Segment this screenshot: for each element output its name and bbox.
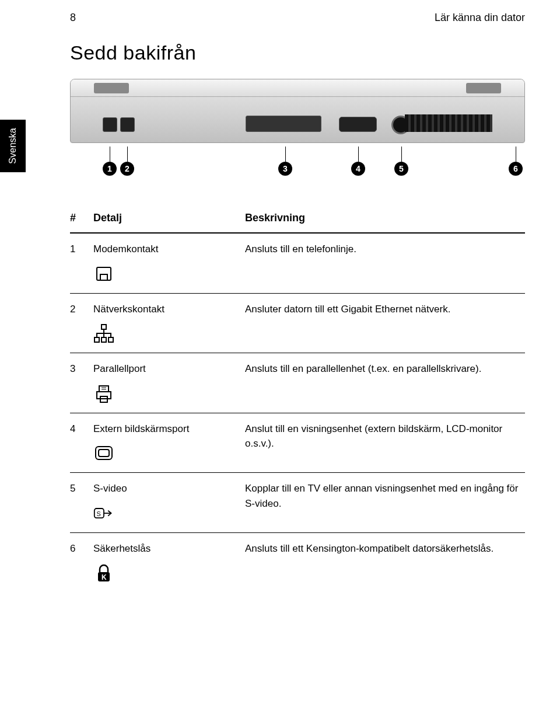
table-row: 3 Parallellport Ansluts till en parallel…	[70, 353, 525, 413]
language-tab: Svenska	[0, 120, 26, 172]
svg-rect-2	[102, 325, 106, 329]
port-vent-illustration	[405, 114, 492, 132]
callout-2: 2	[120, 162, 134, 176]
ports-table: # Detalj Beskrivning 1 Modemkontakt Ansl…	[70, 204, 525, 592]
kensington-lock-icon: K	[93, 563, 114, 584]
svg-text:K: K	[102, 573, 107, 581]
row-desc: Ansluter datorn till ett Gigabit Etherne…	[245, 302, 525, 317]
row-num: 3	[70, 361, 93, 377]
row-desc: Ansluts till ett Kensington-kompatibelt …	[245, 541, 525, 556]
row-desc: Kopplar till en TV eller annan visningse…	[245, 481, 525, 511]
svg-rect-3	[94, 337, 99, 342]
row-detail: Säkerhetslås	[93, 543, 150, 554]
header-num: #	[70, 212, 93, 224]
table-row: 1 Modemkontakt Ansluts till en telefonli…	[70, 234, 525, 294]
svg-rect-6	[99, 386, 108, 392]
row-desc: Anslut till en visningsenhet (extern bil…	[245, 422, 525, 451]
network-icon	[93, 323, 114, 344]
table-row: 4 Extern bildskärmsport Anslut till en v…	[70, 413, 525, 473]
svg-rect-7	[97, 392, 111, 399]
table-header-row: # Detalj Beskrivning	[70, 204, 525, 234]
table-row: 6 Säkerhetslås K Ansluts till ett Kensin…	[70, 533, 525, 593]
row-detail: Modemkontakt	[93, 243, 159, 255]
row-detail: Extern bildskärmsport	[93, 423, 189, 434]
modem-icon	[93, 264, 114, 285]
header-detail: Detalj	[93, 212, 245, 224]
callout-5: 5	[394, 162, 408, 176]
port-modem-illustration	[103, 117, 117, 132]
port-network-illustration	[120, 117, 135, 132]
callout-row: 1 2 3 4 5 6	[70, 145, 525, 180]
callout-1: 1	[103, 162, 117, 176]
row-desc: Ansluts till en telefonlinje.	[245, 242, 525, 257]
table-row: 2 Nätverkskontakt Ansluter datorn till e…	[70, 294, 525, 354]
parallel-printer-icon	[93, 384, 114, 405]
header-desc: Beskrivning	[245, 212, 525, 224]
row-num: 6	[70, 541, 93, 556]
svideo-icon: S	[93, 503, 114, 524]
chapter-title: Lär känna din dator	[435, 12, 525, 24]
svg-text:S: S	[96, 510, 100, 517]
table-row: 5 S-video S Kopplar till en TV eller ann…	[70, 473, 525, 533]
row-desc: Ansluts till en parallellenhet (t.ex. en…	[245, 361, 525, 377]
rear-view-figure: 1 2 3 4 5 6	[70, 79, 525, 180]
port-parallel-illustration	[246, 116, 321, 132]
page-header: 8 Lär känna din dator	[0, 0, 560, 30]
section-title: Sedd bakifrån	[70, 41, 560, 64]
row-num: 4	[70, 422, 93, 437]
callout-4: 4	[351, 162, 365, 176]
port-vga-illustration	[339, 117, 377, 132]
laptop-rear-illustration	[70, 79, 525, 143]
row-detail: Nätverkskontakt	[93, 304, 164, 315]
row-num: 5	[70, 481, 93, 496]
svg-rect-12	[99, 450, 109, 457]
language-tab-label: Svenska	[8, 128, 18, 163]
row-num: 2	[70, 302, 93, 317]
svg-rect-4	[102, 337, 106, 342]
callout-6: 6	[509, 162, 523, 176]
row-detail: Parallellport	[93, 363, 146, 374]
row-detail: S-video	[93, 483, 127, 494]
row-num: 1	[70, 242, 93, 257]
svg-rect-1	[100, 274, 107, 280]
external-monitor-icon	[93, 443, 114, 464]
callout-3: 3	[278, 162, 292, 176]
page-number: 8	[70, 12, 76, 24]
svg-rect-5	[108, 337, 113, 342]
